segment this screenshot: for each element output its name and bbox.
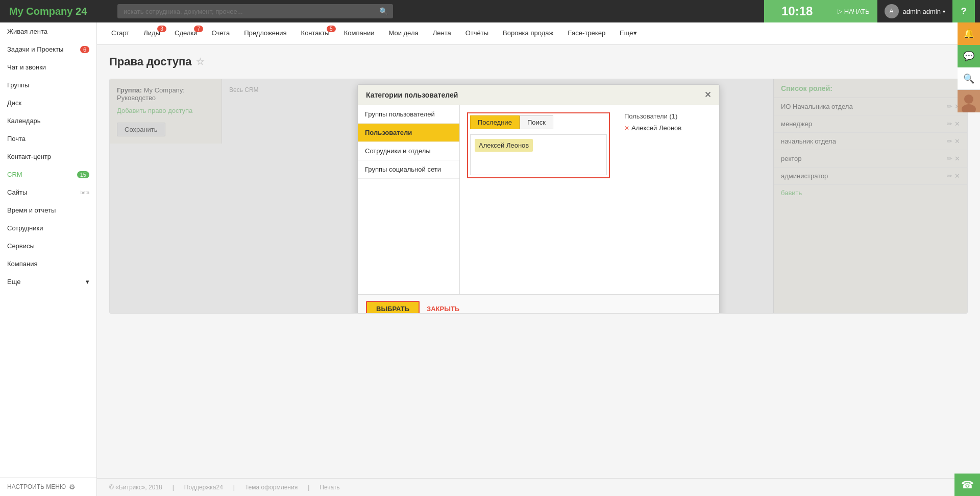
user-selection-border: Последние Поиск Алексей Леонов [467,112,610,178]
sidebar-item-mail[interactable]: Почта [0,130,96,148]
sidebar-footer: НАСТРОИТЬ МЕНЮ ⚙ [0,477,96,496]
tab-face[interactable]: Face-трекер [560,22,612,45]
selected-user-item: ✕ Алексей Леонов [624,124,712,132]
sidebar-item-disk[interactable]: Диск [0,94,96,112]
tab-leads[interactable]: Лиды 3 [136,22,167,45]
tab-more[interactable]: Еще ▾ [612,22,644,45]
search-input[interactable] [124,8,376,15]
sidebar: Живая лента Задачи и Проекты 6 Чат и зво… [0,22,97,496]
start-button[interactable]: НАЧАТЬ [830,0,877,22]
crm-badge: 15 [77,171,89,178]
user-avatar-side[interactable] [958,90,980,112]
sidebar-item-groups[interactable]: Группы [0,76,96,94]
tab-contacts[interactable]: Контакты 5 [294,22,337,45]
close-link[interactable]: ЗАКРЫТЬ [427,305,459,313]
right-side-icons: 🔔 💬 🔍 [958,22,980,112]
select-button[interactable]: ВЫБРАТЬ [366,301,420,314]
access-panel: Группа: My Company: Руководство Добавить… [109,79,968,314]
help-button[interactable]: ? [952,0,975,22]
remove-user-icon[interactable]: ✕ [624,125,629,132]
header-right: 10:18 НАЧАТЬ A admin admin ▾ ? [764,0,975,22]
page-title: Права доступа ☆ [109,55,968,68]
sidebar-item-chat[interactable]: Чат и звонки [0,58,96,76]
sidebar-item-employees[interactable]: Сотрудники [0,219,96,237]
tab-my-tasks[interactable]: Мои дела [381,22,425,45]
settings-icon[interactable]: ⚙ [69,483,76,491]
user-list-area: Алексей Леонов [470,134,607,175]
chat-icon[interactable]: 💬 [958,45,980,67]
search-side-icon[interactable]: 🔍 [958,67,980,90]
top-header: My Company 24 🔍 10:18 НАЧАТЬ A admin adm… [0,0,980,22]
page-footer: © «Битрикс», 2018 | Поддержка24 | Тема о… [97,478,980,496]
sidebar-item-company[interactable]: Компания [0,255,96,273]
sidebar-item-contact-center[interactable]: Контакт-центр [0,148,96,166]
sidebar-item-time-reports[interactable]: Время и отчеты [0,201,96,219]
sidebar-item-crm[interactable]: CRM 15 [0,166,96,183]
leads-badge: 3 [157,26,166,32]
svg-point-1 [962,104,976,112]
sidebar-item-tasks[interactable]: Задачи и Проекты 6 [0,40,96,58]
user-selection-panel: Последние Поиск Алексей Леонов [460,105,617,294]
user-block[interactable]: A admin admin ▾ [877,4,952,18]
theme-link[interactable]: Тема оформления [245,484,298,491]
star-icon[interactable]: ☆ [196,56,204,67]
category-groups[interactable]: Группы пользователей [358,105,459,124]
tab-search[interactable]: Поиск [520,115,553,129]
sidebar-item-sites[interactable]: Сайты beta [0,183,96,201]
phone-button[interactable]: ☎ [954,474,980,496]
time-display: 10:18 [764,0,830,22]
support-link[interactable]: Поддержка24 [184,484,223,491]
print-link[interactable]: Печать [320,484,339,491]
modal-footer: ВЫБРАТЬ ЗАКРЫТЬ [358,294,719,314]
modal-overlay: Категории пользователей ✕ Группы пользов… [110,79,967,313]
tab-deals[interactable]: Сделки 7 [167,22,204,45]
tab-start[interactable]: Старт [104,22,136,45]
sidebar-item-live-feed[interactable]: Живая лента [0,22,96,40]
content-area: Старт Лиды 3 Сделки 7 Счета Предложения … [97,22,980,496]
sidebar-item-services[interactable]: Сервисы [0,237,96,255]
category-list: Группы пользователей Пользователи Сотруд… [358,105,460,294]
tab-proposals[interactable]: Предложения [237,22,293,45]
tab-recent[interactable]: Последние [470,115,520,129]
tab-feed[interactable]: Лента [426,22,458,45]
notification-bell-icon[interactable]: 🔔 [958,22,980,45]
category-social-groups[interactable]: Группы социальной сети [358,160,459,179]
modal-box: Категории пользователей ✕ Группы пользов… [357,84,720,314]
logo: My Company 24 [5,6,117,17]
tab-invoices[interactable]: Счета [204,22,237,45]
user-item[interactable]: Алексей Леонов [475,139,533,152]
category-employees[interactable]: Сотрудники и отделы [358,142,459,160]
modal-header: Категории пользователей ✕ [358,85,719,105]
contacts-badge: 5 [327,26,336,32]
main-layout: Живая лента Задачи и Проекты 6 Чат и зво… [0,22,980,496]
category-users[interactable]: Пользователи [358,124,459,142]
modal-body: Группы пользователей Пользователи Сотруд… [358,105,719,294]
deals-badge: 7 [194,26,203,32]
page-content: Права доступа ☆ Группа: My Company: Руко… [97,45,980,478]
avatar: A [885,4,899,18]
user-search-tabs: Последние Поиск [470,115,607,129]
tab-companies[interactable]: Компании [337,22,382,45]
tab-funnel[interactable]: Воронка продаж [496,22,560,45]
nav-tabs: Старт Лиды 3 Сделки 7 Счета Предложения … [97,22,980,45]
tab-reports[interactable]: Отчёты [458,22,496,45]
modal-close-button[interactable]: ✕ [704,90,711,100]
tasks-badge: 6 [80,46,89,53]
search-icon: 🔍 [379,7,388,15]
search-bar[interactable]: 🔍 [117,4,393,18]
chevron-down-icon: ▾ [943,9,945,14]
selected-label: Пользователи (1) [624,112,712,120]
svg-point-0 [964,95,973,104]
sidebar-item-more[interactable]: Еще ▾ [0,273,96,291]
sidebar-item-calendar[interactable]: Календарь [0,112,96,130]
selected-users-panel: Пользователи (1) ✕ Алексей Леонов [617,105,719,294]
